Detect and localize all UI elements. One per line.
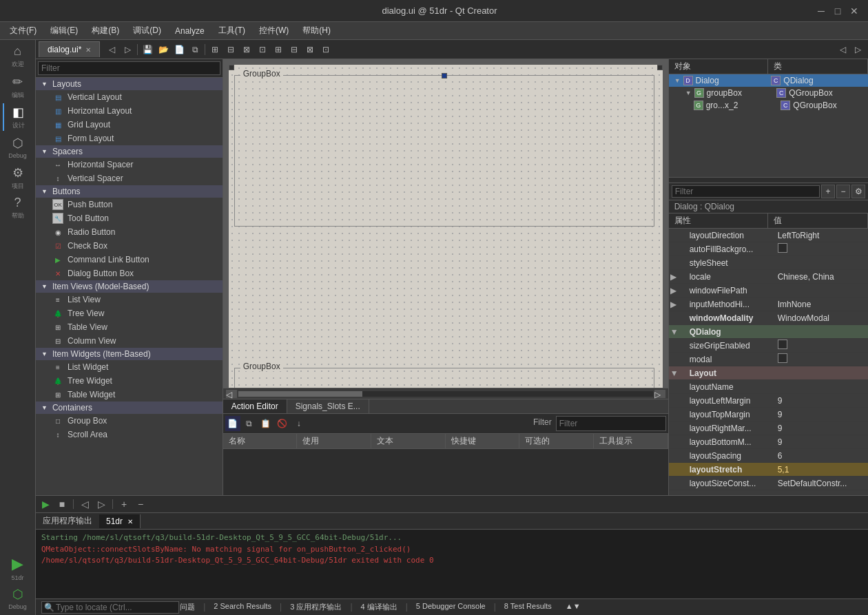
groupbox1[interactable]: GroupBox [234,75,654,227]
run-output-btn[interactable]: ▶ [39,497,52,511]
prop-window-filepath[interactable]: ▶ windowFilePath [669,284,868,298]
activity-help[interactable]: ? 帮助 [3,194,33,222]
item-v-spacer[interactable]: ↕ Vertical Spacer [36,171,223,185]
prop-stylesheet[interactable]: styleSheet [669,256,868,270]
action-delete-btn[interactable]: 🚫 [275,416,290,431]
toolbar-nav-prev[interactable]: ◁ [835,42,850,57]
stop-output-btn[interactable]: ■ [55,497,69,511]
item-tool-button[interactable]: 🔧 Tool Button [36,211,223,225]
toolbar-layout1[interactable]: ⊞ [207,42,223,57]
autofill-checkbox[interactable] [778,243,787,253]
prop-layout-right[interactable]: layoutRightMar... 9 [669,421,868,435]
prop-layout-name[interactable]: layoutName [669,380,868,394]
item-table-view[interactable]: ⊞ Table View [36,320,223,334]
activity-edit[interactable]: ✏ 编辑 [3,73,33,101]
property-filter-input[interactable] [672,185,820,198]
item-push-button[interactable]: OK Push Button [36,198,223,211]
obj-row-groupbox2[interactable]: G gro...x_2 C QGroupBox [669,99,868,112]
menu-build[interactable]: 构建(B) [85,23,126,38]
locate-input[interactable] [41,601,179,614]
toolbar-save[interactable]: 💾 [140,42,155,57]
prop-autofill[interactable]: autoFillBackgro... [669,242,868,256]
minimize-button[interactable]: ─ [816,6,827,17]
activity-debug[interactable]: ⬡ Debug [3,134,33,161]
item-check-box[interactable]: ☑ Check Box [36,239,223,253]
toolbar-layout6[interactable]: ⊟ [287,42,302,57]
section-spacers[interactable]: ▼ Spacers [36,145,223,158]
close-button[interactable]: ✕ [849,6,860,17]
action-copy-btn[interactable]: ⧉ [242,416,257,431]
section-layout[interactable]: ▼ Layout [669,366,868,380]
activity-design[interactable]: ◧ 设计 [3,103,33,131]
activity-run[interactable]: ▶ 51dr [3,554,33,582]
prop-window-modality[interactable]: windowModality WindowModal [669,311,868,325]
toolbar-fwd[interactable]: ▷ [120,42,135,57]
menu-analyze[interactable]: Analyze [168,25,211,37]
tab-action-editor[interactable]: Action Editor [223,399,287,413]
scroll-left-btn[interactable]: ◁ [226,390,237,398]
status-test[interactable]: 8 Test Results [499,602,557,612]
toolbar-layout4[interactable]: ⊡ [255,42,270,57]
remove-output-btn[interactable]: − [134,497,147,511]
modal-checkbox[interactable] [778,353,787,363]
status-debugger[interactable]: 5 Debugger Console [411,602,491,612]
menu-edit[interactable]: 编辑(E) [43,23,85,38]
section-layouts[interactable]: ▼ Layouts [36,78,223,90]
tab-dialog-ui[interactable]: dialog.ui* ✕ [39,41,100,57]
action-filter-input[interactable] [556,416,666,431]
toolbar-layout3[interactable]: ⊠ [239,42,254,57]
nav-next-btn[interactable]: ▷ [94,497,108,511]
menu-help[interactable]: 帮助(H) [296,23,338,38]
toolbar-layout7[interactable]: ⊠ [302,42,318,57]
toolbar-layout5[interactable]: ⊞ [271,42,286,57]
sizegrip-checkbox[interactable] [778,340,787,349]
activity-debug2[interactable]: ⬡ Debug [3,585,33,612]
prop-config-btn[interactable]: ⚙ [851,185,865,198]
output-tab-51dr[interactable]: 51dr ✕ [99,514,141,528]
prop-add-btn[interactable]: + [821,185,835,198]
tab-signals-slots[interactable]: Signals_Slots E... [287,399,369,413]
toolbar-back[interactable]: ◁ [104,42,119,57]
toolbar-open[interactable]: 📂 [156,42,171,57]
toolbar-layout2[interactable]: ⊟ [223,42,238,57]
prop-modal[interactable]: modal [669,353,868,366]
item-command-link[interactable]: ▶ Command Link Button [36,253,223,267]
nav-prev-btn[interactable]: ◁ [78,497,92,511]
section-item-widgets[interactable]: ▼ Item Widgets (Item-Based) [36,348,223,360]
status-app-output[interactable]: 3 应用程序输出 [285,602,347,612]
item-table-widget[interactable]: ⊞ Table Widget [36,388,223,402]
add-output-btn[interactable]: + [117,497,131,511]
action-import-btn[interactable]: ↓ [291,416,307,431]
menu-controls[interactable]: 控件(W) [252,23,296,38]
item-vertical-layout[interactable]: ▤ Vertical Layout [36,90,223,104]
item-column-view[interactable]: ⊟ Column View [36,334,223,348]
item-h-spacer[interactable]: ↔ Horizontal Spacer [36,158,223,171]
item-dialog-button-box[interactable]: ✕ Dialog Button Box [36,267,223,280]
status-search[interactable]: 2 Search Results [208,602,277,612]
item-group-box[interactable]: □ Group Box [36,414,223,428]
status-arrow[interactable]: ▲▼ [560,602,586,612]
item-tree-widget[interactable]: 🌲 Tree Widget [36,374,223,388]
prop-remove-btn[interactable]: − [836,185,850,198]
canvas-content[interactable]: GroupBox GroupBox [229,65,663,388]
scroll-right-btn[interactable]: ▷ [654,390,665,398]
output-tab-close[interactable]: ✕ [127,518,133,525]
tab-close-icon[interactable]: ✕ [85,46,91,54]
status-compile[interactable]: 4 编译输出 [355,602,403,612]
section-qdialog[interactable]: ▼ QDialog [669,325,868,339]
item-radio-button[interactable]: ◉ Radio Button [36,225,223,239]
menu-tools[interactable]: 工具(T) [211,23,252,38]
item-horizontal-layout[interactable]: ▥ Horizontal Layout [36,104,223,118]
prop-inputmethod[interactable]: ▶ inputMethodHi... ImhNone [669,298,868,311]
prop-layout-stretch[interactable]: layoutStretch 5,1 [669,463,868,477]
canvas-scrollbar[interactable]: ◁ ▷ [223,388,668,399]
prop-layout-top[interactable]: layoutTopMargin 9 [669,408,868,421]
section-buttons[interactable]: ▼ Buttons [36,185,223,198]
obj-row-dialog[interactable]: ▼ D Dialog C QDialog [669,74,868,87]
toolbar-layout8[interactable]: ⊡ [318,42,333,57]
action-new-btn[interactable]: 📄 [225,416,240,431]
section-containers[interactable]: ▼ Containers [36,402,223,414]
menu-file[interactable]: 文件(F) [3,23,43,38]
item-scroll-area[interactable]: ↕ Scroll Area [36,428,223,441]
item-list-view[interactable]: ≡ List View [36,293,223,306]
